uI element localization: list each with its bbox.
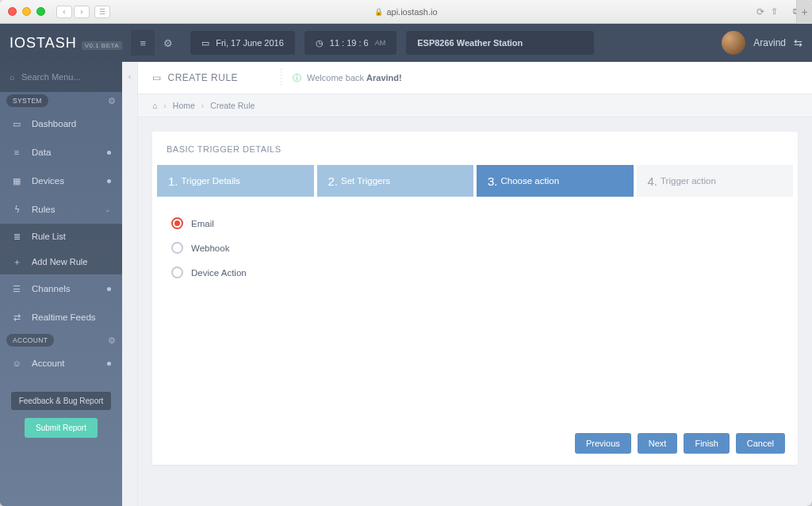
- cancel-button[interactable]: Cancel: [736, 433, 785, 454]
- sidebar-item-data[interactable]: ≡ Data: [0, 138, 122, 167]
- action-options: Email Webhook Device Action: [152, 197, 798, 299]
- time-suffix: AM: [375, 39, 386, 47]
- gear-icon[interactable]: ⚙: [108, 335, 116, 346]
- browser-titlebar: ‹ › ☰ 🔒 api.iostash.io ⟳ ⇧ ⧉ +: [0, 0, 812, 24]
- option-email[interactable]: Email: [171, 217, 779, 229]
- section-account-label: ACCOUNT: [6, 334, 54, 347]
- avatar[interactable]: [722, 31, 745, 55]
- user-name[interactable]: Aravind: [753, 37, 786, 48]
- card-title: BASIC TRIGGER DETAILS: [152, 132, 798, 165]
- submit-report-button[interactable]: Submit Report: [25, 418, 98, 438]
- indicator-dot: [107, 179, 111, 183]
- app-root: IOSTASH V0.1 BETA ≡ ⚙ ▭ Fri, 17 June 201…: [0, 24, 812, 506]
- collapse-gutter[interactable]: ‹: [122, 62, 138, 506]
- step-label: Trigger Details: [182, 176, 240, 186]
- step-set-triggers[interactable]: 2. Set Triggers: [317, 165, 474, 197]
- calendar-icon: ▭: [201, 38, 209, 48]
- step-num: 3.: [488, 174, 498, 188]
- sidebar-item-label: Account: [32, 358, 98, 368]
- time-pill: ◷ 11 : 19 : 6 AM: [304, 31, 396, 55]
- indicator-dot: [107, 362, 111, 366]
- close-icon[interactable]: [8, 7, 17, 16]
- crumb-sep: ›: [201, 101, 205, 110]
- sidebar-item-rule-list[interactable]: ≣ Rule List: [0, 224, 122, 249]
- back-button[interactable]: ‹: [56, 6, 72, 18]
- crumb-sep: ›: [163, 101, 167, 110]
- sidebar-item-devices[interactable]: ▦ Devices: [0, 167, 122, 195]
- app-body: ⌕ SYSTEM ⚙ ▭ Dashboard ≡ Data ▦: [0, 62, 812, 506]
- device-name: ESP8266 Weather Station: [417, 38, 523, 48]
- nav-arrows: ‹ ›: [56, 6, 90, 18]
- time-text: 11 : 19 : 6: [330, 38, 369, 48]
- brand-badge: V0.1 BETA: [82, 41, 122, 50]
- date-text: Fri, 17 June 2016: [216, 38, 284, 48]
- dashboard-icon: ▭: [11, 119, 22, 129]
- device-pill[interactable]: ESP8266 Weather Station: [406, 31, 594, 55]
- previous-button[interactable]: Previous: [575, 433, 631, 454]
- sidebar-toggle-icon[interactable]: ☰: [94, 6, 110, 18]
- app-topbar: IOSTASH V0.1 BETA ≡ ⚙ ▭ Fri, 17 June 201…: [0, 24, 812, 62]
- step-num: 2.: [328, 174, 339, 188]
- account-icon: ☺: [11, 358, 22, 368]
- step-num: 4.: [648, 174, 658, 188]
- realtime-icon: ⇄: [11, 312, 22, 323]
- welcome-message: ⓘ Welcome back Aravind!: [293, 72, 402, 84]
- new-tab-button[interactable]: +: [796, 0, 812, 24]
- step-trigger-details[interactable]: 1. Trigger Details: [157, 165, 314, 197]
- card: BASIC TRIGGER DETAILS 1. Trigger Details…: [152, 132, 798, 465]
- step-num: 1.: [168, 174, 178, 188]
- url-bar[interactable]: 🔒 api.iostash.io: [374, 7, 437, 17]
- maximize-icon[interactable]: [36, 7, 45, 16]
- settings-icon[interactable]: ⚙: [155, 30, 181, 56]
- search-icon: ⌕: [10, 72, 15, 82]
- devices-icon: ▦: [11, 176, 22, 186]
- welcome-prefix: Welcome back: [307, 73, 366, 82]
- url-text: api.iostash.io: [386, 7, 437, 17]
- sidebar-item-account[interactable]: ☺ Account: [0, 349, 122, 378]
- forward-button[interactable]: ›: [74, 6, 90, 18]
- sidebar-item-channels[interactable]: ☰ Channels: [0, 274, 122, 303]
- option-webhook[interactable]: Webhook: [171, 242, 779, 254]
- channels-icon: ☰: [11, 284, 22, 294]
- main-area: ‹ ▭ CREATE RULE ⓘ Welcome back Aravind!: [122, 62, 812, 506]
- crumb-current: Create Rule: [210, 101, 255, 110]
- page-header: ▭ CREATE RULE ⓘ Welcome back Aravind!: [138, 62, 812, 94]
- reload-icon[interactable]: ⟳: [756, 6, 764, 17]
- next-button[interactable]: Next: [638, 433, 678, 454]
- share-icon[interactable]: ⇧: [766, 6, 782, 18]
- expand-icon[interactable]: ⇆: [794, 37, 802, 49]
- option-label: Device Action: [191, 268, 247, 278]
- brand-name: IOSTASH: [10, 35, 77, 52]
- lock-icon: 🔒: [374, 8, 383, 16]
- menu-icon[interactable]: ≡: [130, 30, 155, 56]
- sidebar-item-label: Data: [32, 148, 98, 157]
- finish-button[interactable]: Finish: [684, 433, 729, 454]
- sidebar-item-realtime[interactable]: ⇄ Realtime Feeds: [0, 303, 122, 332]
- step-label: Trigger action: [661, 176, 716, 186]
- option-label: Email: [191, 219, 214, 228]
- sidebar-item-dashboard[interactable]: ▭ Dashboard: [0, 109, 122, 138]
- card-wrap: BASIC TRIGGER DETAILS 1. Trigger Details…: [138, 117, 812, 506]
- welcome-name: Aravind!: [366, 73, 402, 82]
- wizard-steps: 1. Trigger Details 2. Set Triggers 3. Ch…: [152, 165, 798, 197]
- sidebar-item-label: Add New Rule: [32, 257, 111, 266]
- feedback-button[interactable]: Feedback & Bug Report: [11, 392, 112, 410]
- search-input[interactable]: [21, 72, 113, 82]
- clock-icon: ◷: [316, 38, 324, 48]
- sidebar-item-label: Devices: [32, 176, 98, 186]
- sidebar-item-rules[interactable]: ϟ Rules ⌄: [0, 195, 122, 224]
- plus-icon: ＋: [11, 256, 22, 268]
- gear-icon[interactable]: ⚙: [108, 96, 116, 106]
- sidebar-item-label: Dashboard: [32, 119, 111, 128]
- home-icon[interactable]: ⌂: [152, 101, 157, 110]
- crumb-home[interactable]: Home: [173, 101, 195, 110]
- sidebar-item-add-rule[interactable]: ＋ Add New Rule: [0, 249, 122, 274]
- brand[interactable]: IOSTASH V0.1 BETA: [10, 35, 122, 52]
- step-trigger-action[interactable]: 4. Trigger action: [637, 165, 794, 197]
- search-row[interactable]: ⌕: [0, 62, 122, 92]
- option-device-action[interactable]: Device Action: [171, 266, 779, 278]
- sidebar: ⌕ SYSTEM ⚙ ▭ Dashboard ≡ Data ▦: [0, 62, 122, 506]
- step-choose-action[interactable]: 3. Choose action: [477, 165, 634, 197]
- minimize-icon[interactable]: [22, 7, 31, 16]
- step-label: Set Triggers: [341, 176, 390, 186]
